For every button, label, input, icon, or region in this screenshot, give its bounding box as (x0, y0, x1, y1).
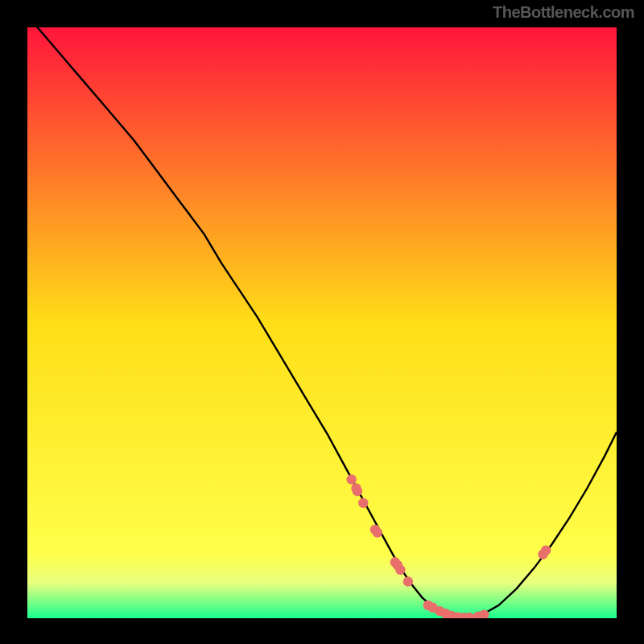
data-point (403, 576, 413, 586)
data-point (395, 565, 405, 575)
data-point (373, 527, 382, 537)
plot-area (27, 27, 617, 618)
data-point (346, 474, 356, 484)
bottleneck-curve-chart (27, 27, 617, 618)
gradient-background (27, 27, 617, 618)
data-point (358, 498, 368, 508)
attribution-label: TheBottleneck.com (493, 3, 634, 22)
chart-container: TheBottleneck.com (0, 0, 644, 644)
data-point (541, 545, 551, 555)
data-point (353, 486, 362, 496)
